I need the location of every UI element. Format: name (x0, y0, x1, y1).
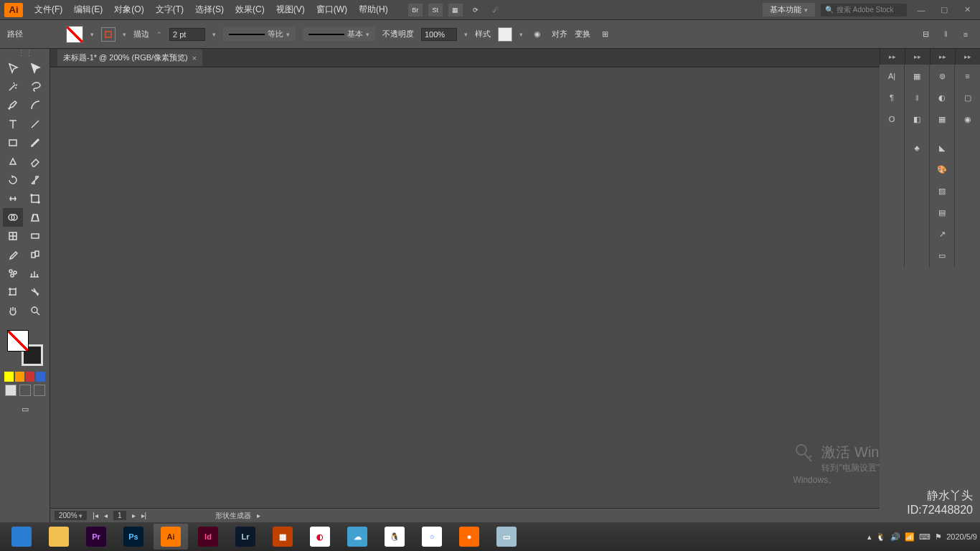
tray-up-icon[interactable]: ▴ (867, 532, 872, 542)
gradient-panel-icon[interactable]: ▨ (930, 181, 953, 201)
tray-qq-icon[interactable]: 🐧 (876, 532, 886, 542)
taskbar-app-12[interactable]: ● (452, 524, 486, 550)
fill-swatch[interactable] (66, 26, 83, 43)
rotate-tool[interactable] (3, 171, 23, 189)
status-dropdown-icon[interactable]: ▸ (257, 512, 260, 519)
cc-libraries-icon[interactable]: ⊚ (930, 66, 953, 86)
panel-tab-expand-3[interactable]: ▸▸ (930, 49, 955, 65)
pathfinder-panel-icon[interactable]: ◧ (905, 109, 928, 129)
artboard-tool[interactable] (3, 283, 23, 301)
layers-panel-icon[interactable]: ▤ (930, 202, 953, 222)
shape-builder-tool[interactable] (3, 208, 23, 227)
stroke-weight-dropdown-icon[interactable]: ▾ (212, 31, 216, 38)
magic-wand-tool[interactable] (3, 77, 23, 96)
appearance-panel-icon[interactable]: ◉ (956, 109, 979, 129)
panel-menu-icon[interactable]: ≡ (958, 27, 973, 42)
menu-effect[interactable]: 效果(C) (230, 4, 270, 16)
taskbar-app-11[interactable]: ○ (415, 524, 449, 550)
column-graph-tool[interactable] (25, 264, 45, 283)
menu-window[interactable]: 窗口(W) (311, 4, 353, 16)
tray-volume-icon[interactable]: 🔊 (890, 532, 900, 542)
minimize-icon[interactable]: — (913, 4, 930, 17)
stroke-swatch[interactable] (101, 27, 116, 42)
character-panel-icon[interactable]: A| (880, 66, 903, 86)
menu-help[interactable]: 帮助(H) (353, 4, 394, 16)
fill-dropdown-icon[interactable]: ▾ (90, 31, 94, 38)
lasso-tool[interactable] (25, 77, 45, 96)
align-panel-icon2[interactable]: ⫴ (905, 88, 928, 108)
menu-object[interactable]: 对象(O) (108, 4, 149, 16)
document-tab[interactable]: 未标题-1* @ 200% (RGB/像素预览) × (57, 50, 202, 66)
sync-icon[interactable]: ☄ (489, 4, 503, 17)
taskbar-app-8[interactable]: ◐ (303, 524, 337, 550)
fill-indicator[interactable] (7, 330, 29, 352)
panel-tab-expand-2[interactable]: ▸▸ (905, 49, 930, 65)
profile-dropdown[interactable]: 等比▾ (223, 27, 296, 41)
brush-dropdown[interactable]: 基本▾ (303, 27, 375, 41)
rectangle-tool[interactable] (3, 133, 23, 152)
menu-select[interactable]: 选择(S) (189, 4, 230, 16)
color-swatch[interactable] (4, 372, 14, 382)
color-swatch[interactable] (26, 372, 35, 382)
selection-tool[interactable] (3, 59, 23, 77)
panel-tab-expand-1[interactable]: ▸▸ (880, 49, 905, 65)
fill-stroke-indicator[interactable] (7, 330, 43, 366)
screen-mode-icon[interactable]: ▭ (18, 402, 32, 416)
mesh-tool[interactable] (3, 227, 23, 245)
zoom-tool[interactable] (25, 301, 45, 320)
curvature-tool[interactable] (25, 96, 45, 115)
line-tool[interactable] (25, 115, 45, 133)
properties-panel-icon[interactable]: ≡ (956, 66, 979, 86)
scale-tool[interactable] (25, 171, 45, 189)
symbols-panel-icon[interactable]: ♣ (905, 138, 928, 158)
align-label[interactable]: 对齐 (552, 29, 567, 39)
zoom-select[interactable]: 200% ▾ (55, 511, 87, 520)
taskbar-app-5[interactable]: Id (191, 524, 225, 550)
artboard-nav[interactable]: 1 (113, 511, 126, 520)
nav-last-icon[interactable]: ▸| (141, 512, 147, 519)
taskbar-app-1[interactable] (42, 524, 76, 550)
links-panel-icon[interactable]: ↗ (930, 224, 953, 244)
menu-edit[interactable]: 编辑(E) (68, 4, 108, 16)
close-icon[interactable]: ✕ (958, 4, 976, 17)
taskbar-app-6[interactable]: Lr (228, 524, 263, 550)
isolate-icon[interactable]: ⊟ (918, 27, 933, 42)
taskbar-time[interactable]: 2020/5/9 (946, 532, 977, 541)
style-swatch[interactable] (498, 27, 512, 42)
direct-selection-tool[interactable] (25, 59, 45, 77)
eraser-tool[interactable] (25, 152, 45, 171)
stroke-panel-icon[interactable]: ▢ (956, 88, 979, 108)
draw-normal-icon[interactable] (5, 385, 17, 396)
symbol-sprayer-tool[interactable] (3, 264, 23, 283)
nav-prev-icon[interactable]: ◂ (104, 512, 108, 519)
taskbar-app-2[interactable]: Pr (79, 524, 113, 550)
taskbar-app-10[interactable]: 🐧 (377, 524, 412, 550)
search-input[interactable]: 🔍搜索 Adobe Stock (821, 4, 907, 17)
blend-tool[interactable] (25, 245, 45, 264)
hand-tool[interactable] (3, 301, 23, 320)
nav-next-icon[interactable]: ▸ (132, 512, 136, 519)
transform-panel-icon[interactable]: ▦ (905, 66, 928, 86)
taskbar-app-3[interactable]: Ps (116, 524, 151, 550)
stock-icon[interactable]: St (428, 4, 443, 17)
align-panel-icon[interactable]: ⫴ (938, 27, 953, 42)
gpu-icon[interactable]: ⟳ (468, 4, 483, 17)
tray-network-icon[interactable]: 📶 (905, 532, 915, 542)
taskbar-app-9[interactable]: ☁ (340, 524, 374, 550)
paragraph-panel-icon[interactable]: ¶ (880, 88, 903, 108)
taskbar-app-7[interactable]: ▦ (265, 524, 300, 550)
paintbrush-tool[interactable] (25, 133, 45, 152)
color-panel-icon[interactable]: 🎨 (930, 159, 953, 179)
slice-tool[interactable] (25, 283, 45, 301)
taskbar-app-4[interactable]: Ai (154, 524, 188, 550)
gradient-tool[interactable] (25, 227, 45, 245)
color-swatch[interactable] (36, 372, 45, 382)
draw-behind-icon[interactable] (19, 385, 31, 396)
swatches-panel-icon[interactable]: ▦ (930, 109, 953, 129)
free-transform-tool[interactable] (25, 189, 45, 208)
draw-inside-icon[interactable] (34, 385, 45, 396)
opacity-input[interactable] (421, 28, 457, 41)
shaper-tool[interactable] (3, 152, 23, 171)
brushes-panel-icon[interactable]: ◐ (930, 88, 953, 108)
artboards-panel-icon[interactable]: ▭ (930, 245, 953, 265)
